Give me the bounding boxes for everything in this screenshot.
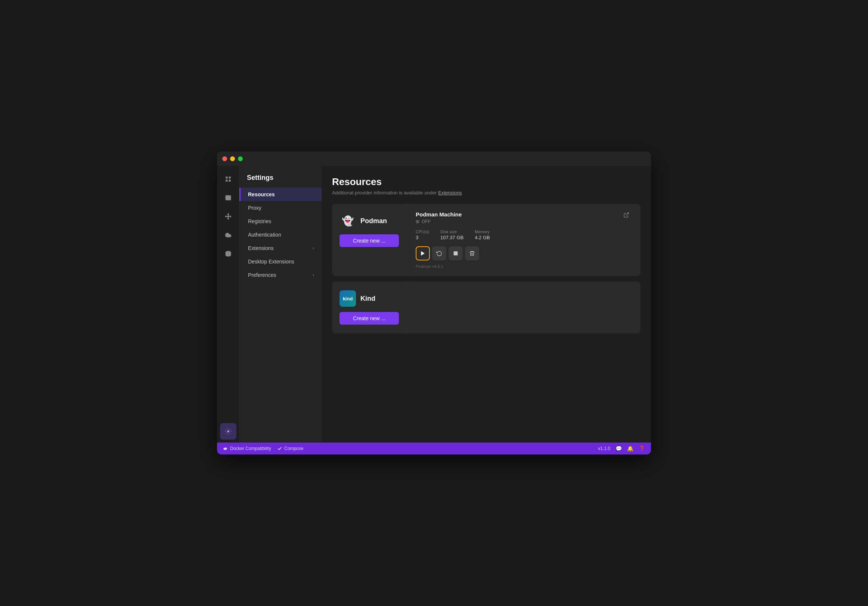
docker-compatibility-item[interactable]: Docker Compatibility: [223, 446, 271, 451]
podman-name: Podman: [360, 217, 387, 225]
help-icon[interactable]: ❓: [639, 445, 645, 451]
close-button[interactable]: [222, 156, 227, 161]
podman-start-button[interactable]: [416, 246, 430, 260]
version-label: v1.1.0: [598, 446, 610, 451]
podman-machine-controls: [416, 246, 632, 260]
podman-disk-stat: Disk size 107.37 GB: [440, 229, 463, 240]
sidebar-item-volumes[interactable]: [220, 246, 236, 262]
minimize-button[interactable]: [230, 156, 235, 161]
bell-icon[interactable]: 🔔: [627, 445, 634, 451]
podman-provider-card: 👻 Podman Create new ... Podman Machine O…: [332, 204, 640, 276]
sidebar-item-pods[interactable]: [220, 208, 236, 225]
titlebar: [217, 152, 651, 166]
sidebar-item-images[interactable]: [220, 227, 236, 243]
status-bar-right: v1.1.0 💬 🔔 ❓: [598, 445, 645, 451]
svg-point-11: [227, 431, 229, 433]
sidebar-item-registries[interactable]: Registries: [239, 215, 322, 228]
sidebar-item-containers[interactable]: [220, 190, 236, 206]
podman-status-dot: [416, 220, 419, 224]
main-content: Resources Additional provider informatio…: [322, 166, 651, 442]
podman-stop-button[interactable]: [449, 246, 463, 260]
maximize-button[interactable]: [238, 156, 243, 161]
svg-rect-3: [229, 180, 231, 182]
restart-icon: [436, 250, 442, 257]
nav-sidebar: Settings Resources Proxy Registries Auth…: [239, 166, 322, 442]
podman-machine-stats: CPU(s) 3 Disk size 107.37 GB Memory 4.2 …: [416, 229, 632, 240]
kind-create-button[interactable]: Create new ...: [339, 312, 399, 325]
podman-memory-stat: Memory 4.2 GB: [475, 229, 490, 240]
kind-provider-card: kind Kind Create new ...: [332, 281, 640, 334]
status-bar: Docker Compatibility Compose v1.1.0 💬 🔔 …: [217, 442, 651, 454]
podman-external-link-button[interactable]: [621, 211, 632, 220]
sidebar-item-authentication[interactable]: Authentication: [239, 228, 322, 241]
external-link-icon: [623, 212, 629, 218]
svg-point-5: [227, 216, 229, 218]
podman-logo: 👻: [339, 213, 356, 229]
svg-rect-4: [226, 196, 231, 200]
svg-line-12: [626, 213, 629, 215]
traffic-lights: [222, 156, 243, 161]
chevron-right-icon: ›: [313, 246, 314, 251]
svg-rect-1: [229, 176, 231, 178]
podman-name-row: 👻 Podman: [339, 213, 387, 229]
podman-provider-left: 👻 Podman Create new ...: [332, 204, 407, 276]
docker-compat-icon: [223, 446, 228, 451]
kind-provider-right: [407, 281, 640, 334]
checkmark-icon: [277, 446, 282, 451]
podman-machine-name: Podman Machine: [416, 211, 462, 218]
sidebar-item-settings[interactable]: [220, 423, 236, 439]
icon-sidebar: [217, 166, 239, 442]
settings-title: Settings: [239, 166, 322, 188]
sidebar-item-preferences[interactable]: Preferences ›: [239, 268, 322, 282]
podman-cpu-stat: CPU(s) 3: [416, 229, 429, 240]
sidebar-item-resources[interactable]: Resources: [239, 188, 322, 201]
kind-name: Kind: [360, 295, 375, 303]
app-body: Settings Resources Proxy Registries Auth…: [217, 166, 651, 442]
sidebar-item-dashboard[interactable]: [220, 171, 236, 187]
status-bar-left: Docker Compatibility Compose: [223, 446, 303, 451]
podman-machine-status: OFF: [416, 219, 462, 224]
chat-icon[interactable]: 💬: [615, 445, 622, 451]
extensions-link[interactable]: Extensions: [438, 190, 462, 196]
svg-marker-13: [421, 251, 424, 256]
svg-point-8: [225, 216, 226, 217]
sidebar-item-desktop-extensions[interactable]: Desktop Extensions: [239, 255, 322, 268]
kind-provider-left: kind Kind Create new ...: [332, 281, 407, 334]
play-icon: [420, 250, 426, 257]
trash-icon: [469, 250, 475, 257]
podman-provider-right: Podman Machine OFF: [407, 204, 640, 276]
compose-item[interactable]: Compose: [277, 446, 303, 451]
stop-icon: [453, 250, 459, 257]
sidebar-item-extensions[interactable]: Extensions ›: [239, 241, 322, 255]
podman-machine-info: Podman Machine OFF: [416, 211, 462, 224]
svg-point-7: [228, 218, 229, 220]
page-title: Resources: [332, 176, 640, 188]
kind-logo: kind: [339, 290, 356, 307]
podman-create-button[interactable]: Create new ...: [339, 234, 399, 247]
podman-delete-button[interactable]: [465, 246, 479, 260]
podman-machine-header: Podman Machine OFF: [416, 211, 632, 224]
sidebar-item-proxy[interactable]: Proxy: [239, 201, 322, 215]
svg-rect-14: [454, 252, 458, 256]
chevron-right-icon-2: ›: [313, 272, 314, 278]
podman-restart-button[interactable]: [432, 246, 446, 260]
svg-point-9: [230, 216, 231, 217]
svg-point-6: [228, 214, 229, 215]
page-subtitle: Additional provider information is avail…: [332, 190, 640, 196]
svg-rect-2: [226, 180, 228, 182]
podman-machine-version: Podman v4.5.1: [416, 264, 632, 269]
svg-rect-0: [226, 176, 228, 178]
kind-name-row: kind Kind: [339, 290, 375, 307]
main-window: Settings Resources Proxy Registries Auth…: [217, 152, 651, 454]
